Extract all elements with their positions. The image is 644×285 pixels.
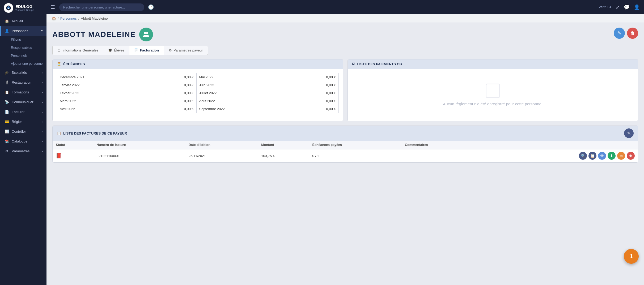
sidebar-item-label: Communiquer	[12, 100, 33, 104]
history-icon[interactable]: 🕐	[148, 4, 154, 10]
sidebar-sub-personnels[interactable]: Personnels	[0, 52, 46, 60]
facture-echeances: 0 / 1	[309, 149, 402, 162]
search-facture-button[interactable]: 🔍	[579, 152, 587, 160]
chevron-right-icon: ›	[42, 150, 43, 153]
panels-row: ⏳ ÉCHÉANCES Décembre 2021 0,00 € Mai 202…	[52, 59, 638, 121]
svg-point-3	[146, 32, 148, 34]
sidebar-item-controler[interactable]: 📊 Contrôler ›	[0, 127, 46, 136]
chevron-right-icon: ›	[42, 101, 43, 104]
paiements-header: ☑ LISTE DES PAIEMENTS CB	[348, 59, 638, 69]
breadcrumb-current: Abbott Madeleine	[81, 16, 108, 20]
chevron-right-icon: ›	[42, 130, 43, 133]
email-facture-button[interactable]: ✉	[617, 152, 625, 160]
tab-informations[interactable]: 🗒 Informations Générales	[52, 46, 103, 55]
sidebar-item-communiquer[interactable]: 📡 Communiquer ›	[0, 97, 46, 107]
menu-icon[interactable]: ☰	[51, 4, 55, 10]
antenna-icon: 📡	[5, 100, 9, 104]
sidebar-item-scolarites[interactable]: 🎓 Scolarités ›	[0, 68, 46, 77]
echeances-header: ⏳ ÉCHÉANCES	[53, 59, 343, 69]
sidebar-sub-eleves[interactable]: Élèves	[0, 36, 46, 44]
sidebar-item-label: Scolarités	[12, 71, 27, 75]
echeance-amount: 0,00 €	[143, 97, 196, 105]
echeance-month: Septembre 2022	[196, 105, 285, 113]
sidebar-item-label: Facturer	[12, 110, 24, 114]
view-facture-button[interactable]: 👁	[598, 152, 606, 160]
user-icon[interactable]: 👤	[634, 4, 640, 10]
tab-eleves[interactable]: 🎓 Élèves	[103, 46, 129, 55]
factures-table: Statut Numéro de facture Date d'édition …	[53, 141, 638, 162]
search-box	[59, 3, 144, 11]
add-facture-button[interactable]: ✎	[624, 128, 634, 138]
param-icon: ⚙	[169, 48, 172, 52]
table-facture-button[interactable]: 📋	[588, 152, 596, 160]
topbar: ☰ 🕐 Ver.2.1.4 ⤢ 💬 👤	[46, 0, 644, 14]
col-actions	[478, 141, 638, 149]
topbar-right: Ver.2.1.4 ⤢ 💬 👤	[599, 4, 640, 10]
factures-panel: 📋 LISTE DES FACTURES DE CE PAYEUR ✎ Stat…	[52, 126, 638, 163]
invoice-icon: 📄	[5, 110, 9, 114]
notification-bubble[interactable]: 1	[624, 249, 639, 264]
echeance-month: Mai 2022	[196, 73, 285, 81]
echeances-body: Décembre 2021 0,00 € Mai 2022 0,00 € Jan…	[53, 69, 343, 117]
delete-facture-button[interactable]: 🗑	[627, 152, 635, 160]
echeance-amount: 0,00 €	[285, 105, 338, 113]
person-name: ABBOTT MADELEINE	[52, 30, 135, 39]
facture-numero: F21221100001	[93, 149, 185, 162]
factures-header-row: Statut Numéro de facture Date d'édition …	[53, 141, 638, 149]
avatar-button[interactable]	[139, 28, 153, 41]
echeance-amount: 0,00 €	[143, 73, 196, 81]
search-input[interactable]	[59, 3, 144, 11]
graduation-icon: 🎓	[5, 71, 9, 75]
echeance-amount: 0,00 €	[285, 73, 338, 81]
delete-button[interactable]: 🗑	[627, 28, 638, 39]
sidebar-sub-responsables[interactable]: Responsables	[0, 44, 46, 52]
col-commentaires: Commentaires	[402, 141, 478, 149]
chevron-right-icon: ›	[42, 120, 43, 123]
person-icon: 👤	[5, 29, 9, 33]
content-area: ABBOTT MADELEINE ✎ 🗑 🗒 Informations Géné…	[46, 23, 644, 285]
sidebar-item-label: Catalogue	[12, 139, 27, 143]
edit-button[interactable]: ✎	[614, 28, 625, 39]
echeance-amount: 0,00 €	[143, 81, 196, 89]
expand-icon[interactable]: ⤢	[616, 4, 620, 10]
sidebar-item-formations[interactable]: 📋 Formations ›	[0, 87, 46, 97]
factures-title: LISTE DES FACTURES DE CE PAYEUR	[63, 131, 127, 135]
col-numero: Numéro de facture	[93, 141, 185, 149]
sidebar-item-personnes[interactable]: 👤 Personnes ▾	[0, 26, 46, 36]
chat-icon[interactable]: 💬	[624, 4, 630, 10]
list-icon: 📋	[57, 131, 61, 135]
table-row: 📕 F21221100001 25/11/2021 103,75 € 0 / 1…	[53, 149, 638, 162]
echeance-month: Juillet 2022	[196, 89, 285, 97]
sidebar-item-label: Accueil	[12, 19, 23, 23]
home-icon: 🏠	[5, 19, 9, 23]
facture-actions: 🔍 📋 👁 ⬇ ✉ 🗑	[478, 149, 638, 162]
sidebar-item-parametres[interactable]: ⚙ Paramètres ›	[0, 146, 46, 156]
breadcrumb-personnes[interactable]: Personnes	[60, 16, 77, 20]
logo-sub: Turboself Groupe	[15, 9, 34, 11]
download-facture-button[interactable]: ⬇	[608, 152, 616, 160]
echeance-amount: 0,00 €	[143, 89, 196, 97]
sidebar-item-regler[interactable]: 💳 Régler ›	[0, 117, 46, 127]
sidebar-item-catalogue[interactable]: 📚 Catalogue ›	[0, 136, 46, 146]
sidebar-sub-ajouter[interactable]: Ajouter une personne	[0, 60, 46, 68]
home-breadcrumb[interactable]: 🏠	[52, 16, 56, 20]
sidebar-item-label: Restauration	[12, 80, 31, 84]
sidebar-item-label: Formations	[12, 90, 29, 94]
chevron-right-icon: ›	[42, 81, 43, 84]
col-montant: Montant	[258, 141, 309, 149]
facture-montant: 103,75 €	[258, 149, 309, 162]
logo-circle	[4, 3, 13, 13]
facture-statut: 📕	[53, 149, 93, 162]
sidebar-nav: 🏠 Accueil 👤 Personnes ▾ Élèves Responsab…	[0, 16, 46, 285]
sidebar-item-facturer[interactable]: 📄 Facturer ›	[0, 107, 46, 117]
echeance-month: Janvier 2022	[57, 81, 143, 89]
paiements-panel: ☑ LISTE DES PAIEMENTS CB Aucun règlement…	[348, 59, 638, 121]
checkbox-icon: ☑	[352, 62, 355, 66]
echeance-row: Décembre 2021 0,00 € Mai 2022 0,00 €	[57, 73, 339, 81]
facture-date: 25/11/2021	[185, 149, 258, 162]
sidebar-item-accueil[interactable]: 🏠 Accueil	[0, 16, 46, 26]
tab-facturation[interactable]: 📄 Facturation	[129, 46, 164, 55]
chevron-right-icon: ›	[42, 140, 43, 143]
tab-parametres[interactable]: ⚙ Paramètres payeur	[164, 46, 208, 55]
sidebar-item-restauration[interactable]: 🍴 Restauration ›	[0, 77, 46, 87]
